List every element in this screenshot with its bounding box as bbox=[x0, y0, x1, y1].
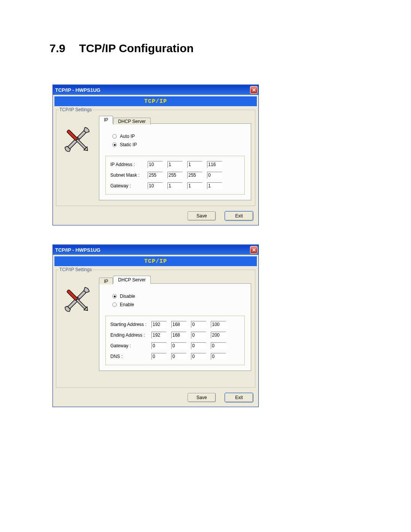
label-gateway: Gateway : bbox=[110, 343, 151, 348]
tab-ip[interactable]: IP bbox=[99, 116, 113, 124]
radio-label: Static IP bbox=[120, 142, 137, 147]
close-icon[interactable]: ✕ bbox=[250, 246, 258, 254]
start-octet-3[interactable]: 0 bbox=[191, 321, 206, 328]
subnet-octet-1[interactable]: 255 bbox=[148, 172, 163, 179]
row-ending-address: Ending Address : 192 168 0 200 bbox=[110, 330, 240, 340]
radio-label: Disable bbox=[120, 294, 135, 299]
section-heading: 7.9 TCP/IP Configuration bbox=[49, 42, 362, 55]
label-ending-address: Ending Address : bbox=[110, 332, 151, 338]
subnet-octet-3[interactable]: 255 bbox=[187, 172, 202, 179]
dns-octet-3[interactable]: 0 bbox=[191, 353, 206, 360]
gateway-octet-3[interactable]: 1 bbox=[187, 182, 202, 189]
ip-octet-4[interactable]: 116 bbox=[207, 161, 222, 168]
radio-icon bbox=[112, 142, 117, 147]
gateway-octet-1[interactable]: 10 bbox=[148, 182, 163, 189]
start-octet-1[interactable]: 192 bbox=[151, 321, 167, 328]
exit-button[interactable]: Exit bbox=[225, 393, 253, 402]
titlebar[interactable]: TCP/IP - HWPS1UG ✕ bbox=[53, 245, 258, 255]
exit-button[interactable]: Exit bbox=[225, 211, 253, 220]
window-title: TCP/IP - HWPS1UG bbox=[55, 87, 100, 93]
gateway-octet-1[interactable]: 0 bbox=[151, 342, 167, 349]
radio-icon bbox=[112, 294, 117, 299]
titlebar[interactable]: TCP/IP - HWPS1UG ✕ bbox=[53, 85, 258, 95]
dns-octet-2[interactable]: 0 bbox=[171, 353, 186, 360]
gateway-octet-2[interactable]: 0 bbox=[171, 342, 186, 349]
subnet-octet-4[interactable]: 0 bbox=[207, 172, 222, 179]
ip-octet-3[interactable]: 1 bbox=[187, 161, 202, 168]
dns-octet-1[interactable]: 0 bbox=[151, 353, 167, 360]
tcpip-settings-groupbox: TCP/IP Settings IP bbox=[56, 270, 255, 388]
tab-ip[interactable]: IP bbox=[99, 278, 113, 284]
row-starting-address: Starting Address : 192 168 0 100 bbox=[110, 319, 240, 330]
ip-fields-group: IP Address : 10 1 1 116 Subnet Mask : 25… bbox=[105, 156, 245, 195]
gateway-octet-4[interactable]: 1 bbox=[207, 182, 222, 189]
tab-dhcp-server[interactable]: DHCP Server bbox=[113, 118, 150, 125]
start-octet-2[interactable]: 168 bbox=[171, 321, 186, 328]
start-octet-4[interactable]: 100 bbox=[211, 321, 226, 328]
save-button[interactable]: Save bbox=[188, 211, 216, 220]
radio-enable[interactable]: Enable bbox=[112, 300, 245, 309]
row-ip-address: IP Address : 10 1 1 116 bbox=[110, 159, 240, 170]
svg-rect-4 bbox=[76, 139, 86, 149]
gateway-octet-4[interactable]: 0 bbox=[211, 342, 226, 349]
radio-icon bbox=[112, 302, 117, 307]
dhcp-fields-group: Starting Address : 192 168 0 100 Ending … bbox=[105, 316, 245, 365]
ip-octet-1[interactable]: 10 bbox=[148, 161, 163, 168]
ip-octet-2[interactable]: 1 bbox=[167, 161, 183, 168]
heading-number: 7.9 bbox=[49, 42, 65, 55]
row-gateway: Gateway : 10 1 1 1 bbox=[110, 181, 240, 191]
radio-static-ip[interactable]: Static IP bbox=[112, 141, 245, 149]
ip-tab-panel: Auto IP Static IP IP Address : 10 1 1 bbox=[99, 123, 251, 200]
row-dns: DNS : 0 0 0 0 bbox=[110, 351, 240, 362]
end-octet-1[interactable]: 192 bbox=[151, 332, 167, 339]
radio-auto-ip[interactable]: Auto IP bbox=[112, 132, 245, 141]
gateway-octet-3[interactable]: 0 bbox=[191, 342, 206, 349]
tcpip-dialog-ip: TCP/IP - HWPS1UG ✕ TCP/IP TCP/IP Setting… bbox=[53, 85, 259, 225]
svg-rect-3 bbox=[67, 129, 78, 141]
tools-icon bbox=[61, 124, 93, 156]
dns-octet-4[interactable]: 0 bbox=[211, 353, 226, 360]
gateway-octet-2[interactable]: 1 bbox=[167, 182, 183, 189]
tcpip-banner: TCP/IP bbox=[54, 256, 257, 267]
radio-label: Enable bbox=[120, 302, 134, 307]
label-dns: DNS : bbox=[110, 354, 151, 359]
dhcp-tab-panel: Disable Enable Starting Address : 192 16… bbox=[99, 283, 251, 371]
subnet-octet-2[interactable]: 255 bbox=[167, 172, 183, 179]
row-subnet-mask: Subnet Mask : 255 255 255 0 bbox=[110, 170, 240, 181]
groupbox-label: TCP/IP Settings bbox=[59, 107, 92, 112]
radio-disable[interactable]: Disable bbox=[112, 292, 245, 300]
radio-label: Auto IP bbox=[120, 134, 135, 139]
tab-dhcp-server[interactable]: DHCP Server bbox=[113, 276, 150, 284]
end-octet-2[interactable]: 168 bbox=[171, 332, 186, 339]
end-octet-3[interactable]: 0 bbox=[191, 332, 206, 339]
label-ip-address: IP Address : bbox=[110, 162, 148, 167]
window-title: TCP/IP - HWPS1UG bbox=[55, 247, 100, 253]
close-icon[interactable]: ✕ bbox=[250, 86, 258, 94]
label-subnet-mask: Subnet Mask : bbox=[110, 173, 148, 178]
tcpip-settings-groupbox: TCP/IP Settings bbox=[56, 110, 255, 206]
tools-icon bbox=[61, 284, 93, 316]
svg-rect-8 bbox=[67, 289, 78, 301]
svg-rect-9 bbox=[76, 299, 86, 309]
label-gateway: Gateway : bbox=[110, 183, 148, 189]
end-octet-4[interactable]: 200 bbox=[211, 332, 226, 339]
label-starting-address: Starting Address : bbox=[110, 322, 151, 327]
groupbox-label: TCP/IP Settings bbox=[59, 267, 92, 272]
row-gateway: Gateway : 0 0 0 0 bbox=[110, 340, 240, 351]
radio-icon bbox=[112, 134, 117, 139]
heading-title: TCP/IP Configuration bbox=[79, 42, 194, 55]
tcpip-banner: TCP/IP bbox=[54, 96, 257, 107]
tcpip-dialog-dhcp: TCP/IP - HWPS1UG ✕ TCP/IP TCP/IP Setting… bbox=[53, 244, 259, 407]
save-button[interactable]: Save bbox=[188, 393, 216, 402]
